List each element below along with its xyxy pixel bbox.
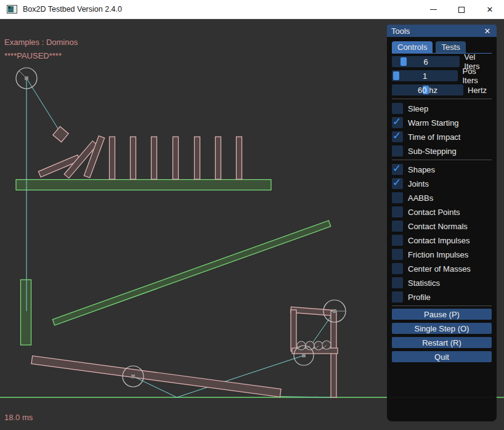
upright-domino[interactable] xyxy=(152,137,157,179)
hertz-slider[interactable]: 60 hz xyxy=(392,84,463,95)
window-titlebar[interactable]: Box2D Testbed Version 2.4.0 ✕ xyxy=(0,0,504,19)
checkbox-box[interactable]: ✓ xyxy=(392,117,403,128)
upright-domino[interactable] xyxy=(216,137,221,179)
tab-bar: Controls Tests xyxy=(392,41,492,54)
checkbox-label: Time of Impact xyxy=(408,132,460,142)
checkbox-box[interactable]: ✓ xyxy=(392,192,403,203)
checkbox-box[interactable]: ✓ xyxy=(392,291,403,302)
checkbox-box[interactable]: ✓ xyxy=(392,277,403,288)
checkbox-box[interactable]: ✓ xyxy=(392,263,403,274)
checkbox-shapes[interactable]: ✓ Shapes xyxy=(392,164,492,175)
panel-close-button[interactable]: ✕ xyxy=(482,27,492,35)
checkbox-box[interactable]: ✓ xyxy=(392,131,403,142)
window-title: Box2D Testbed Version 2.4.0 xyxy=(23,5,122,14)
checkbox-box[interactable]: ✓ xyxy=(392,206,403,217)
joint-line xyxy=(26,78,60,132)
checkbox-friction-impulses[interactable]: ✓ Friction Impulses xyxy=(392,249,492,260)
slider-value: 60 hz xyxy=(392,86,463,95)
upright-domino[interactable] xyxy=(131,137,136,179)
tab-controls[interactable]: Controls xyxy=(392,41,433,53)
checkbox-box[interactable]: ✓ xyxy=(392,164,403,175)
check-icon: ✓ xyxy=(392,162,401,175)
single-step-button[interactable]: Single Step (O) xyxy=(392,323,492,334)
maximize-icon xyxy=(458,7,465,13)
checkbox-time-of-impact[interactable]: ✓ Time of Impact xyxy=(392,131,492,142)
slider-value: 6 xyxy=(392,57,460,67)
checkbox-contact-points[interactable]: ✓ Contact Points xyxy=(392,206,492,217)
joint-anchor xyxy=(131,375,135,378)
slider-label: Hertz xyxy=(468,86,487,95)
checkbox-center-of-masses[interactable]: ✓ Center of Masses xyxy=(392,263,492,274)
checkbox-label: Contact Normals xyxy=(408,222,468,231)
seesaw-plank[interactable] xyxy=(31,356,281,397)
checkbox-box[interactable]: ✓ xyxy=(392,221,403,232)
upright-domino[interactable] xyxy=(237,137,242,179)
checkbox-profile[interactable]: ✓ Profile xyxy=(392,291,492,302)
checkbox-label: Contact Impulses xyxy=(408,236,469,245)
slider-row-vel-iters: 6 Vel Iters xyxy=(392,56,492,67)
checkbox-label: Shapes xyxy=(408,165,435,174)
quit-button[interactable]: Quit xyxy=(392,351,492,362)
check-icon: ✓ xyxy=(392,129,401,142)
tools-panel: Tools ✕ Controls Tests 6 Vel Iters 1 xyxy=(387,25,497,421)
maximize-button[interactable] xyxy=(447,0,476,19)
cradle-frame[interactable] xyxy=(291,307,338,397)
app-window: Box2D Testbed Version 2.4.0 ✕ xyxy=(0,0,504,430)
checkbox-label: Profile xyxy=(408,293,431,302)
separator xyxy=(392,160,492,160)
pendulum-box[interactable] xyxy=(53,126,68,142)
checkbox-label: Joints xyxy=(408,179,429,189)
slider-row-pos-iters: 1 Pos Iters xyxy=(392,70,492,81)
checkbox-contact-impulses[interactable]: ✓ Contact Impulses xyxy=(392,235,492,246)
frame-time-label: 18.0 ms xyxy=(4,413,33,422)
checkbox-label: AABBs xyxy=(408,193,433,203)
app-icon xyxy=(7,5,17,14)
checkbox-label: Center of Masses xyxy=(408,264,471,274)
domino-platform[interactable] xyxy=(16,180,271,190)
pos-iters-slider[interactable]: 1 xyxy=(392,70,458,81)
check-icon: ✓ xyxy=(392,115,401,128)
close-button[interactable]: ✕ xyxy=(476,0,504,19)
vertical-green-block[interactable] xyxy=(21,280,31,345)
close-icon: ✕ xyxy=(487,6,494,14)
window-controls: ✕ xyxy=(419,0,504,19)
minimize-button[interactable] xyxy=(419,0,447,19)
checkbox-aabbs[interactable]: ✓ AABBs xyxy=(392,192,492,203)
tools-panel-title: Tools xyxy=(391,26,482,36)
checkbox-box[interactable]: ✓ xyxy=(392,249,403,260)
joint-anchor xyxy=(302,354,306,357)
checkbox-label: Warm Starting xyxy=(408,118,459,128)
upright-domino[interactable] xyxy=(195,137,200,179)
tab-tests[interactable]: Tests xyxy=(436,41,465,53)
checkbox-box[interactable]: ✓ xyxy=(392,103,403,114)
checkbox-label: Contact Points xyxy=(408,208,460,217)
restart-button[interactable]: Restart (R) xyxy=(392,337,492,348)
slider-row-hertz: 60 hz Hertz xyxy=(392,84,492,95)
check-icon: ✓ xyxy=(392,176,401,189)
checkbox-box[interactable]: ✓ xyxy=(392,235,403,246)
tools-panel-body: Controls Tests 6 Vel Iters 1 Pos Iters xyxy=(387,37,497,362)
checkbox-label: Sub-Stepping xyxy=(408,147,457,156)
separator xyxy=(392,99,492,99)
checkbox-sleep[interactable]: ✓ Sleep xyxy=(392,103,492,114)
checkbox-joints[interactable]: ✓ Joints xyxy=(392,178,492,189)
vel-iters-slider[interactable]: 6 xyxy=(392,56,460,67)
checkbox-statistics[interactable]: ✓ Statistics xyxy=(392,277,492,288)
checkbox-box[interactable]: ✓ xyxy=(392,145,403,156)
long-green-ramp[interactable] xyxy=(52,221,331,325)
slider-value: 1 xyxy=(392,71,458,81)
joint-anchor xyxy=(333,309,336,313)
minimize-icon xyxy=(430,9,437,10)
checkbox-sub-stepping[interactable]: ✓ Sub-Stepping xyxy=(392,145,492,156)
checkbox-warm-starting[interactable]: ✓ Warm Starting xyxy=(392,117,492,128)
joint-anchor xyxy=(25,76,28,80)
example-label: Examples : Dominos xyxy=(4,38,78,47)
upright-domino[interactable] xyxy=(110,137,115,179)
checkbox-contact-normals[interactable]: ✓ Contact Normals xyxy=(392,221,492,232)
separator xyxy=(392,306,492,306)
checkbox-label: Statistics xyxy=(408,278,440,288)
tools-panel-titlebar[interactable]: Tools ✕ xyxy=(387,25,497,37)
checkbox-box[interactable]: ✓ xyxy=(392,178,403,189)
upright-domino[interactable] xyxy=(173,137,179,179)
pause-button[interactable]: Pause (P) xyxy=(392,309,492,320)
